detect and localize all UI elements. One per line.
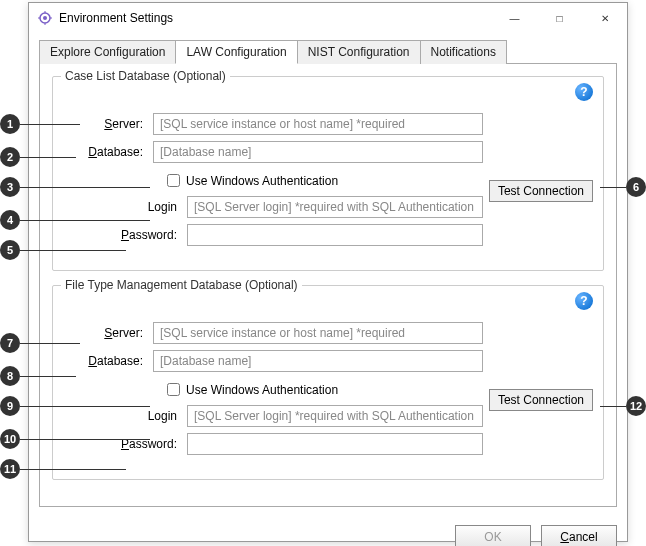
callout-5: 5 [0,240,20,260]
cancel-button[interactable]: Cancel [541,525,617,546]
group-title: Case List Database (Optional) [61,69,230,83]
callout-2: 2 [0,147,20,167]
help-icon[interactable]: ? [575,292,593,310]
database-label: Database: [67,354,153,368]
callout-line [20,124,80,125]
callout-line [20,343,80,344]
window-title: Environment Settings [59,11,492,25]
server-label: Server: [67,326,153,340]
callout-9: 9 [0,396,20,416]
window-buttons: — □ ✕ [492,3,627,33]
callout-line [20,187,150,188]
group-case-list-database: Case List Database (Optional) ? Server: … [52,76,604,271]
callout-line [20,376,76,377]
titlebar: Environment Settings — □ ✕ [29,3,627,33]
password-input[interactable] [187,224,483,246]
database-label: Database: [67,145,153,159]
login-input[interactable] [187,196,483,218]
login-input[interactable] [187,405,483,427]
callout-line [20,250,126,251]
callout-line [20,406,150,407]
group-title: File Type Management Database (Optional) [61,278,302,292]
callout-line [600,406,626,407]
dialog-button-row: OK Cancel [29,517,627,546]
app-icon [37,10,53,26]
close-button[interactable]: ✕ [582,3,627,33]
server-input[interactable] [153,322,483,344]
tabstrip: Explore Configuration LAW Configuration … [39,39,617,64]
tab-explore-configuration[interactable]: Explore Configuration [39,40,176,64]
callout-11: 11 [0,459,20,479]
windows-auth-label: Use Windows Authentication [186,383,338,397]
callout-3: 3 [0,177,20,197]
database-input[interactable] [153,141,483,163]
tab-notifications[interactable]: Notifications [420,40,507,64]
password-input[interactable] [187,433,483,455]
group-file-type-management-database: File Type Management Database (Optional)… [52,285,604,480]
dialog-content: Explore Configuration LAW Configuration … [29,33,627,517]
dialog-window: Environment Settings — □ ✕ Explore Confi… [28,2,628,542]
database-input[interactable] [153,350,483,372]
password-label: Password: [107,228,187,242]
help-icon[interactable]: ? [575,83,593,101]
windows-auth-checkbox[interactable] [167,383,180,396]
maximize-button[interactable]: □ [537,3,582,33]
callout-10: 10 [0,429,20,449]
windows-auth-checkbox[interactable] [167,174,180,187]
ok-button[interactable]: OK [455,525,531,546]
callout-line [20,157,76,158]
callout-line [20,220,150,221]
callout-line [600,187,626,188]
minimize-button[interactable]: — [492,3,537,33]
callout-8: 8 [0,366,20,386]
login-label: Login [107,409,187,423]
callout-4: 4 [0,210,20,230]
callout-line [20,439,150,440]
login-label: Login [107,200,187,214]
tabpanel-law-configuration: Case List Database (Optional) ? Server: … [39,64,617,507]
callout-7: 7 [0,333,20,353]
svg-point-1 [43,16,47,20]
callout-6: 6 [626,177,646,197]
test-connection-button[interactable]: Test Connection [489,180,593,202]
tab-law-configuration[interactable]: LAW Configuration [175,40,297,64]
callout-1: 1 [0,114,20,134]
tab-nist-configuration[interactable]: NIST Configuration [297,40,421,64]
test-connection-button[interactable]: Test Connection [489,389,593,411]
callout-12: 12 [626,396,646,416]
callout-line [20,469,126,470]
windows-auth-label: Use Windows Authentication [186,174,338,188]
server-input[interactable] [153,113,483,135]
